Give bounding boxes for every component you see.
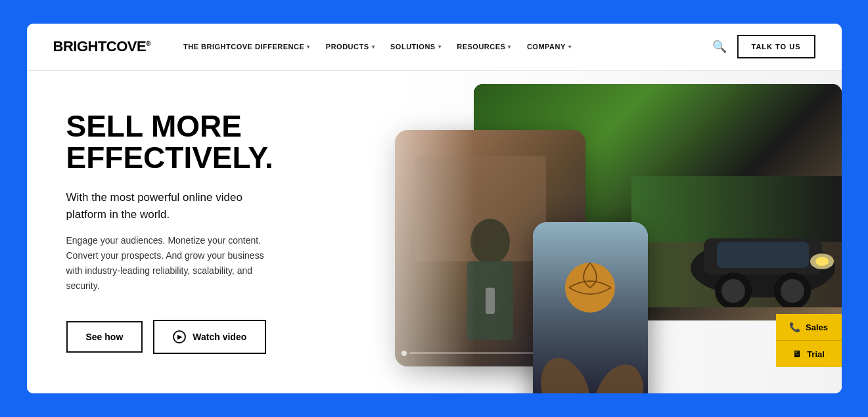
car-image (631, 176, 842, 307)
nav-label-company: COMPANY (527, 43, 566, 51)
nav-label-difference: THE BRIGHTCOVE DIFFERENCE (183, 43, 304, 51)
search-icon[interactable]: 🔍 (712, 39, 727, 54)
play-icon: ▶ (173, 330, 186, 343)
hero-buttons: See how ▶ Watch video (66, 320, 277, 354)
hero-subtitle: With the most powerful online video plat… (66, 189, 277, 223)
svg-point-9 (781, 279, 804, 303)
hero-title-line2: EFFECTIVELY. (66, 141, 273, 175)
svg-point-13 (470, 219, 510, 265)
chevron-down-icon: ▾ (372, 44, 375, 50)
device-phone (533, 222, 648, 394)
logo[interactable]: BRIGHTCOVE® (53, 38, 151, 55)
hero-section: SELL MORE EFFECTIVELY. With the most pow… (27, 71, 842, 394)
monitor-icon: 🖥 (792, 349, 802, 359)
browser-frame: BRIGHTCOVE® THE BRIGHTCOVE DIFFERENCE ▾ … (27, 24, 842, 394)
nav-item-resources[interactable]: RESOURCES ▾ (450, 37, 518, 56)
svg-rect-10 (717, 242, 809, 268)
nav-label-products: PRODUCTS (326, 43, 369, 51)
nav-actions: 🔍 TALK TO US (712, 35, 815, 58)
hero-title-line1: SELL MORE (66, 109, 242, 143)
phone-screen (533, 222, 648, 394)
sales-button[interactable]: 📞 Sales (776, 314, 842, 341)
talk-to-us-button[interactable]: TALK TO US (737, 35, 815, 58)
nav-item-solutions[interactable]: SOLUTIONS ▾ (384, 37, 447, 56)
svg-point-7 (721, 279, 745, 303)
logo-trademark: ® (146, 40, 150, 47)
nav-label-resources: RESOURCES (457, 43, 505, 51)
nav-item-difference[interactable]: THE BRIGHTCOVE DIFFERENCE ▾ (177, 37, 317, 56)
hero-body: Engage your audiences. Monetize your con… (66, 233, 277, 294)
nav-links: THE BRIGHTCOVE DIFFERENCE ▾ PRODUCTS ▾ S… (177, 37, 712, 56)
chevron-down-icon: ▾ (438, 44, 442, 50)
svg-rect-15 (486, 288, 495, 314)
chevron-down-icon: ▾ (508, 44, 511, 50)
sales-label: Sales (806, 322, 828, 332)
watch-video-label: Watch video (193, 332, 246, 342)
see-how-button[interactable]: See how (66, 321, 143, 353)
chevron-down-icon: ▾ (568, 44, 572, 50)
tablet-play-dot (401, 351, 407, 356)
logo-text: BRIGHTCOVE (53, 38, 147, 55)
hero-title: SELL MORE EFFECTIVELY. (66, 110, 277, 174)
nav-item-products[interactable]: PRODUCTS ▾ (319, 37, 381, 56)
svg-point-5 (815, 257, 829, 266)
nav-item-company[interactable]: COMPANY ▾ (520, 37, 578, 56)
navbar: BRIGHTCOVE® THE BRIGHTCOVE DIFFERENCE ▾ … (27, 24, 842, 71)
watch-video-button[interactable]: ▶ Watch video (153, 320, 266, 354)
phone-icon: 📞 (789, 322, 800, 332)
nav-label-solutions: SOLUTIONS (390, 43, 436, 51)
phone-content (533, 222, 648, 394)
hero-text: SELL MORE EFFECTIVELY. With the most pow… (27, 71, 303, 394)
side-buttons: 📞 Sales 🖥 Trial (776, 314, 842, 367)
trial-label: Trial (807, 349, 825, 359)
chevron-down-icon: ▾ (307, 44, 310, 50)
hero-devices (355, 84, 842, 393)
trial-button[interactable]: 🖥 Trial (776, 341, 842, 367)
